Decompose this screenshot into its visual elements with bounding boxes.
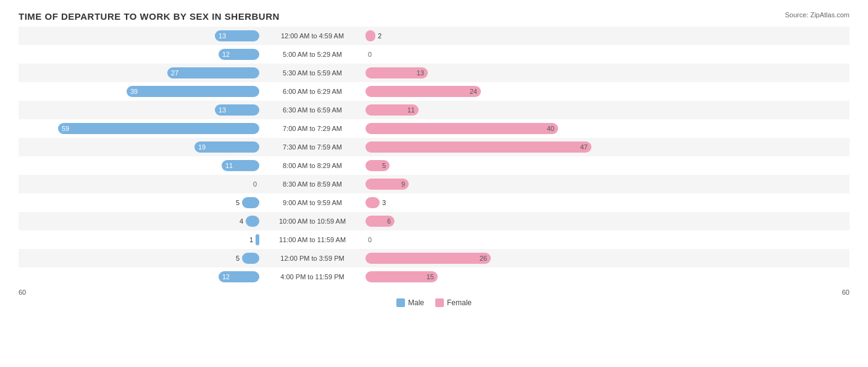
female-side: 0 [365,49,849,60]
axis-min: 60 [19,289,26,296]
male-bar: 11 [222,160,259,171]
female-side: 11 [365,104,849,116]
legend-male: Male [396,298,424,307]
female-side: 24 [365,86,849,97]
chart-title: TIME OF DEPARTURE TO WORK BY SEX IN SHER… [19,11,849,22]
time-label: 4:00 PM to 11:59 PM [259,273,365,281]
time-label: 7:00 AM to 7:29 AM [259,125,365,132]
table-row: 118:00 AM to 8:29 AM5 [19,156,849,175]
male-side: 39 [19,86,259,97]
male-bar: 27 [167,67,259,78]
female-side: 15 [365,271,849,282]
male-side: 13 [19,104,259,116]
time-label: 5:30 AM to 5:59 AM [259,69,365,77]
legend-male-box [396,298,405,307]
table-row: 597:00 AM to 7:29 AM40 [19,119,849,138]
time-label: 10:00 AM to 10:59 AM [259,217,365,225]
female-side: 40 [365,123,849,134]
female-value: 3 [382,199,393,206]
male-bar [242,253,259,264]
female-side: 9 [365,179,849,190]
male-bar [242,197,259,208]
female-bar: 13 [365,67,428,78]
male-side: 27 [19,67,259,78]
male-bar: 13 [215,104,259,116]
male-side: 0 [19,179,259,190]
male-side: 59 [19,123,259,134]
female-side: 26 [365,253,849,264]
male-side: 19 [19,141,259,153]
time-label: 12:00 PM to 3:59 PM [259,255,365,262]
female-bar: 6 [365,216,394,227]
female-bar: 9 [365,179,409,190]
female-side: 13 [365,67,849,78]
table-row: 59:00 AM to 9:59 AM3 [19,193,849,212]
male-bar: 39 [127,86,259,97]
male-bar: 12 [219,49,259,60]
legend-male-label: Male [408,298,424,307]
male-side: 11 [19,160,259,171]
time-label: 8:30 AM to 8:59 AM [259,180,365,188]
male-side: 5 [19,253,259,264]
table-row: 1312:00 AM to 4:59 AM2 [19,27,849,45]
table-row: 512:00 PM to 3:59 PM26 [19,249,849,268]
male-value: 1 [240,236,253,243]
male-side: 12 [19,49,259,60]
male-bar: 12 [219,271,259,282]
female-bar: 15 [365,271,438,282]
female-bar: 47 [365,141,591,153]
male-value: 0 [243,180,257,188]
table-row: 396:00 AM to 6:29 AM24 [19,82,849,101]
male-side: 1 [19,234,259,245]
time-label: 6:00 AM to 6:29 AM [259,88,365,95]
table-row: 136:30 AM to 6:59 AM11 [19,101,849,119]
table-row: 197:30 AM to 7:59 AM47 [19,138,849,156]
table-row: 125:00 AM to 5:29 AM0 [19,45,849,64]
time-label: 12:00 AM to 4:59 AM [259,32,365,40]
male-value: 4 [230,217,243,225]
time-label: 5:00 AM to 5:29 AM [259,51,365,58]
time-label: 9:00 AM to 9:59 AM [259,199,365,206]
female-side: 0 [365,234,849,245]
time-label: 8:00 AM to 8:29 AM [259,162,365,169]
male-bar [246,216,259,227]
female-bar: 26 [365,253,491,264]
legend: Male Female [19,298,849,307]
male-bar: 19 [194,141,259,153]
female-side: 2 [365,30,849,41]
male-side: 5 [19,197,259,208]
legend-female: Female [435,298,472,307]
table-row: 111:00 AM to 11:59 AM0 [19,230,849,249]
male-side: 13 [19,30,259,41]
time-label: 11:00 AM to 11:59 AM [259,236,365,243]
female-bar: 11 [365,104,419,116]
female-bar [365,30,375,41]
female-bar: 24 [365,86,481,97]
source-text: Source: ZipAtlas.com [785,11,849,19]
legend-female-box [435,298,444,307]
female-side: 47 [365,141,849,153]
male-bar: 59 [58,123,259,134]
table-row: 410:00 AM to 10:59 AM6 [19,212,849,230]
female-side: 5 [365,160,849,171]
axis-labels: 60 60 [19,289,849,296]
female-value: 0 [368,236,379,243]
male-side: 12 [19,271,259,282]
chart-container: TIME OF DEPARTURE TO WORK BY SEX IN SHER… [0,0,868,367]
female-bar [365,197,380,208]
female-bar: 5 [365,160,390,171]
axis-max: 60 [842,289,849,296]
table-row: 124:00 PM to 11:59 PM15 [19,268,849,286]
male-side: 4 [19,216,259,227]
male-value: 5 [226,255,240,262]
legend-female-label: Female [447,298,472,307]
time-label: 7:30 AM to 7:59 AM [259,143,365,151]
time-label: 6:30 AM to 6:59 AM [259,106,365,114]
female-side: 3 [365,197,849,208]
table-row: 275:30 AM to 5:59 AM13 [19,64,849,82]
female-bar: 40 [365,123,558,134]
male-value: 5 [226,199,240,206]
table-row: 08:30 AM to 8:59 AM9 [19,175,849,193]
female-value: 0 [368,51,379,58]
male-bar: 13 [215,30,259,41]
